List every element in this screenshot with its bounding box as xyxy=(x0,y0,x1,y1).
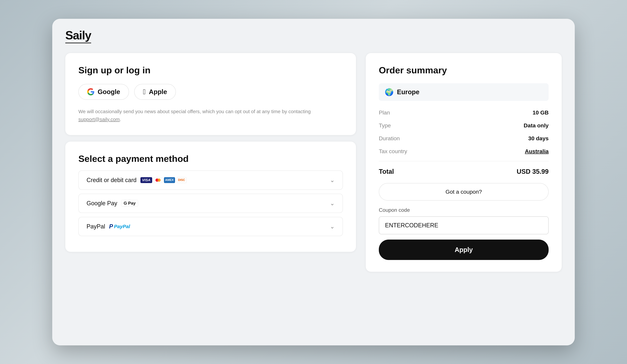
coupon-code-label: Coupon code xyxy=(379,207,549,213)
payment-gpay-label: Google Pay xyxy=(87,200,117,207)
region-badge: 🌍 Europe xyxy=(379,83,549,101)
paypal-badge: P PayPal xyxy=(109,223,130,230)
total-value: USD 35.99 xyxy=(517,168,549,175)
amex-icon: AMEX xyxy=(164,177,175,183)
auth-title: Sign up or log in xyxy=(78,65,343,75)
apple-icon:  xyxy=(143,88,146,95)
left-panel: Sign up or log in Google  xyxy=(65,53,356,336)
chevron-down-icon-gpay: ⌄ xyxy=(330,200,335,207)
order-row-type: Type Data only xyxy=(379,122,549,129)
chevron-down-icon-paypal: ⌄ xyxy=(330,223,335,230)
paypal-p-icon: P xyxy=(109,223,113,230)
auth-buttons: Google  Apple xyxy=(78,84,343,100)
payment-card-left: Credit or debit card VISA AMEX D xyxy=(87,177,187,184)
disclaimer: We will occasionally send you news about… xyxy=(78,108,343,123)
divider xyxy=(379,161,549,161)
google-icon xyxy=(87,88,94,95)
payment-paypal-label: PayPal xyxy=(87,223,105,230)
order-card: Order summary 🌍 Europe Plan 10 GB Type D… xyxy=(366,53,562,272)
disclaimer-end: . xyxy=(120,117,121,122)
payment-option-paypal[interactable]: PayPal P PayPal ⌄ xyxy=(78,217,343,236)
region-name: Europe xyxy=(397,88,419,96)
apply-button[interactable]: Apply xyxy=(379,240,549,260)
duration-value: 30 days xyxy=(528,135,549,142)
google-button[interactable]: Google xyxy=(78,84,129,100)
tax-value[interactable]: Australia xyxy=(525,148,549,155)
paypal-text-icon: PayPal xyxy=(114,224,130,229)
order-title: Order summary xyxy=(379,65,549,75)
mastercard-icon xyxy=(154,177,162,183)
gpay-icons: G Pay xyxy=(121,200,138,207)
discover-icon: DISC xyxy=(177,177,187,183)
support-email-link[interactable]: support@saily.com xyxy=(78,117,120,122)
type-value: Data only xyxy=(524,122,549,129)
payment-card-label: Credit or debit card xyxy=(87,177,137,184)
payment-gpay-left: Google Pay G Pay xyxy=(87,200,138,207)
auth-card: Sign up or log in Google  xyxy=(65,53,356,135)
coupon-input[interactable] xyxy=(379,216,549,234)
logo-text: Saily xyxy=(65,29,91,43)
gpay-badge: G Pay xyxy=(121,200,138,207)
order-row-plan: Plan 10 GB xyxy=(379,109,549,116)
plan-value: 10 GB xyxy=(533,109,549,116)
visa-icon: VISA xyxy=(140,177,152,183)
apple-label: Apple xyxy=(149,88,167,96)
order-row-tax: Tax country Australia xyxy=(379,148,549,155)
payment-card: Select a payment method Credit or debit … xyxy=(65,142,356,252)
card-brand-icons: VISA AMEX DISC xyxy=(140,177,186,183)
right-panel: Order summary 🌍 Europe Plan 10 GB Type D… xyxy=(366,53,562,336)
payment-option-gpay[interactable]: Google Pay G Pay ⌄ xyxy=(78,194,343,213)
main-window: Saily Sign up or log in G xyxy=(52,19,575,345)
duration-label: Duration xyxy=(379,135,400,142)
order-row-duration: Duration 30 days xyxy=(379,135,549,142)
logo: Saily xyxy=(65,29,562,43)
google-label: Google xyxy=(98,88,120,96)
chevron-down-icon: ⌄ xyxy=(330,177,335,184)
payment-option-card[interactable]: Credit or debit card VISA AMEX D xyxy=(78,170,343,190)
content-area: Sign up or log in Google  xyxy=(65,53,562,336)
payment-title: Select a payment method xyxy=(78,153,343,164)
total-label: Total xyxy=(379,168,394,175)
plan-label: Plan xyxy=(379,109,390,116)
type-label: Type xyxy=(379,122,391,129)
apple-button[interactable]:  Apple xyxy=(134,84,176,100)
disclaimer-text: We will occasionally send you news about… xyxy=(78,109,311,114)
total-row: Total USD 35.99 xyxy=(379,168,549,175)
tax-label: Tax country xyxy=(379,148,407,155)
globe-icon: 🌍 xyxy=(385,88,394,96)
payment-paypal-left: PayPal P PayPal xyxy=(87,223,130,230)
got-coupon-button[interactable]: Got a coupon? xyxy=(379,183,549,201)
